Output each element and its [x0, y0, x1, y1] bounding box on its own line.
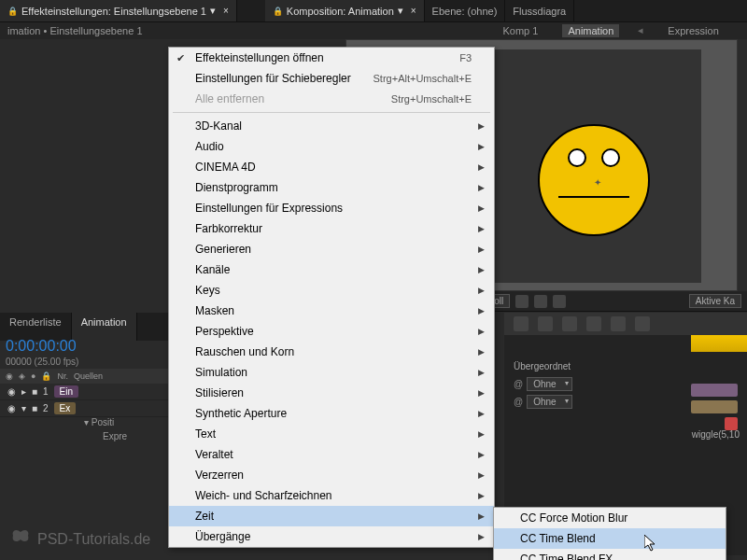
- menu-item-category[interactable]: Weich- und Scharfzeichnen▶: [169, 485, 494, 506]
- submenu-arrow-icon: ▶: [478, 450, 485, 459]
- lock-icon: 🔒: [273, 7, 283, 16]
- mouth-icon: [558, 196, 629, 198]
- submenu-arrow-icon: ▶: [478, 245, 485, 254]
- submenu-arrow-icon: ▶: [478, 121, 485, 131]
- menu-item-category[interactable]: Stilisieren▶: [169, 383, 494, 403]
- pickwhip-icon[interactable]: @: [514, 379, 523, 389]
- menu-item-category[interactable]: Farbkorrektur▶: [169, 218, 494, 239]
- pickwhip-icon[interactable]: @: [514, 397, 523, 407]
- blur-icon[interactable]: [562, 316, 577, 331]
- menu-item-category[interactable]: Keys▶: [169, 280, 494, 301]
- submenu-arrow-icon: ▶: [478, 183, 485, 192]
- smiley-layer[interactable]: ✦: [538, 124, 650, 236]
- tab-effect-controls[interactable]: 🔒 Effekteinstellungen: Einstellungsebene…: [0, 0, 237, 21]
- submenu-arrow-icon: ▶: [478, 347, 485, 357]
- submenu-arrow-icon: ▶: [478, 409, 485, 418]
- layer-bar[interactable]: [691, 384, 738, 397]
- graph-icon[interactable]: [538, 316, 553, 331]
- menu-separator: [173, 112, 490, 113]
- layer-bar[interactable]: [691, 400, 738, 413]
- lock-icon: 🔒: [7, 7, 18, 16]
- layer-badge: Ex: [54, 402, 77, 414]
- search-icon[interactable]: [514, 316, 529, 331]
- menu-item-category[interactable]: Zeit▶: [169, 506, 494, 526]
- menu-item-remove-all: Alle entfernen Strg+Umschalt+E: [169, 89, 494, 109]
- eye-right-icon: [601, 148, 620, 167]
- tab-bar: 🔒 Effekteinstellungen: Einstellungsebene…: [0, 0, 747, 22]
- submenu-arrow-icon: ▶: [478, 511, 485, 521]
- menu-item-category[interactable]: 3D-Kanal▶: [169, 116, 494, 136]
- keyframe-bar[interactable]: [725, 417, 738, 430]
- close-icon[interactable]: ×: [223, 6, 229, 16]
- blend-icon[interactable]: [586, 316, 601, 331]
- submenu-arrow-icon: ▶: [478, 286, 485, 295]
- menu-item-category[interactable]: Veraltet▶: [169, 444, 494, 465]
- tab-label: Effekteinstellungen: Einstellungsebene 1: [21, 6, 206, 17]
- menu-item-category[interactable]: Simulation▶: [169, 362, 494, 383]
- menu-item-category[interactable]: Generieren▶: [169, 239, 494, 259]
- submenu-arrow-icon: ▶: [478, 388, 485, 398]
- submenu-arrow-icon: ▶: [478, 306, 485, 315]
- effect-context-menu: ✔ Effekteinstellungen öffnen F3 Einstell…: [168, 47, 495, 548]
- view3d-icon[interactable]: [553, 295, 566, 308]
- expression-text[interactable]: wiggle(5,10: [692, 429, 740, 440]
- expression-row[interactable]: Expre: [103, 431, 127, 441]
- tab-layer[interactable]: Ebene: (ohne): [425, 0, 506, 21]
- tab-composition[interactable]: 🔒 Komposition: Animation ▾ ×: [265, 0, 425, 21]
- tab-label: Ebene: (ohne): [432, 6, 498, 17]
- breadcrumb: imation • Einstellungsebene 1: [7, 25, 143, 36]
- property-row[interactable]: ▾ Positi: [84, 417, 114, 427]
- time-ruler[interactable]: [691, 335, 747, 352]
- menu-item-category[interactable]: Kanäle▶: [169, 259, 494, 280]
- timecode-fps: 00000 (25.00 fps): [0, 357, 84, 367]
- menu-arrow-icon[interactable]: ▾: [210, 5, 216, 17]
- comp-link[interactable]: Animation: [562, 24, 619, 37]
- timecode[interactable]: 0:00:00:00: [0, 336, 82, 357]
- submenu-item[interactable]: CC Force Motion Blur: [494, 508, 726, 528]
- submenu-arrow-icon: ▶: [478, 491, 485, 500]
- sub-header: imation • Einstellungsebene 1 Komp 1 Ani…: [0, 22, 747, 39]
- menu-item-category[interactable]: Dienstprogramm▶: [169, 177, 494, 198]
- timeline-toolbar: [504, 313, 747, 335]
- effect-submenu-zeit: CC Force Motion BlurCC Time BlendCC Time…: [493, 507, 726, 560]
- parent-column-header: Übergeordnet: [504, 357, 747, 375]
- eye-left-icon: [568, 148, 586, 167]
- submenu-item[interactable]: CC Time Blend: [494, 528, 726, 549]
- submenu-arrow-icon: ▶: [478, 265, 485, 274]
- menu-item-category[interactable]: Verzerren▶: [169, 465, 494, 485]
- parent-dropdown[interactable]: Ohne: [527, 377, 571, 391]
- menu-item-category[interactable]: Text▶: [169, 424, 494, 444]
- submenu-arrow-icon: ▶: [478, 470, 485, 480]
- menu-item-slider-settings[interactable]: Einstellungen für Schieberegler Strg+Alt…: [169, 68, 494, 89]
- submenu-arrow-icon: ▶: [478, 162, 485, 172]
- menu-item-category[interactable]: Audio▶: [169, 136, 494, 157]
- submenu-arrow-icon: ▶: [478, 532, 485, 541]
- parent-dropdown[interactable]: Ohne: [527, 395, 571, 409]
- comp-link[interactable]: Komp 1: [498, 24, 544, 37]
- comp-path: Komp 1 Animation ◂ Expression: [498, 24, 725, 37]
- close-icon[interactable]: ×: [411, 6, 416, 16]
- transparency-icon[interactable]: [534, 295, 547, 308]
- submenu-arrow-icon: ▶: [478, 203, 485, 213]
- submenu-arrow-icon: ▶: [478, 368, 485, 377]
- watermark: PSD-Tutorials.de: [9, 528, 150, 551]
- menu-item-open-effect-controls[interactable]: ✔ Effekteinstellungen öffnen F3: [169, 48, 494, 68]
- region-icon[interactable]: [515, 295, 529, 308]
- menu-item-category[interactable]: Synthetic Aperture▶: [169, 403, 494, 424]
- menu-item-category[interactable]: Rauschen und Korn▶: [169, 342, 494, 362]
- tab-flowchart[interactable]: Flussdiagra: [505, 0, 574, 21]
- submenu-arrow-icon: ▶: [478, 429, 485, 439]
- 3d-icon[interactable]: [611, 316, 626, 331]
- menu-item-category[interactable]: Übergänge▶: [169, 526, 494, 547]
- comp-link[interactable]: Expression: [662, 24, 724, 37]
- tab-label: Komposition: Animation: [287, 6, 394, 17]
- menu-arrow-icon[interactable]: ▾: [398, 5, 403, 17]
- submenu-arrow-icon: ▶: [478, 142, 485, 151]
- menu-item-category[interactable]: Masken▶: [169, 301, 494, 321]
- menu-item-category[interactable]: CINEMA 4D▶: [169, 157, 494, 177]
- menu-item-category[interactable]: Perspektive▶: [169, 321, 494, 342]
- menu-item-category[interactable]: Einstellungen für Expressions▶: [169, 198, 494, 218]
- camera-dropdown[interactable]: Aktive Ka: [689, 294, 741, 308]
- submenu-item[interactable]: CC Time Blend FX: [494, 549, 726, 560]
- switches-icon[interactable]: [635, 316, 650, 331]
